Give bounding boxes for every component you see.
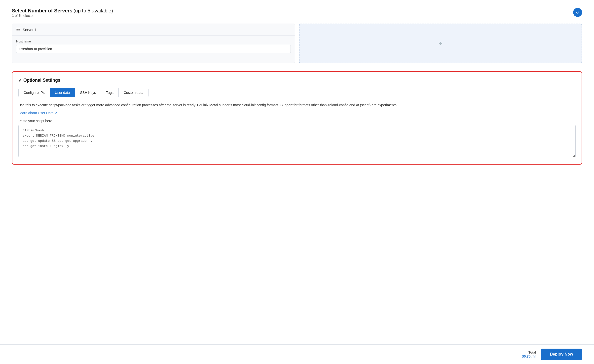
section-title: Select Number of Servers (up to 5 availa… <box>12 8 113 14</box>
tab-custom-data[interactable]: Custom data <box>119 88 148 97</box>
selected-count: 1 of 5 selected <box>12 14 113 18</box>
hostname-label: Hostname <box>16 39 291 43</box>
add-server-card[interactable]: + <box>299 24 582 63</box>
learn-about-user-data-link[interactable]: Learn about User Data ↗ <box>18 111 57 115</box>
footer-bar: Total $0.75 /hr Deploy Now <box>0 344 594 364</box>
total-label: Total <box>522 351 536 354</box>
server-card-1: ☷ Server 1 Hostname <box>12 24 295 63</box>
optional-settings-panel: ∨ Optional Settings Configure IPs User d… <box>12 71 582 165</box>
tab-tags[interactable]: Tags <box>101 88 119 97</box>
server-name: Server 1 <box>23 28 37 32</box>
user-data-description: Use this to execute script/package tasks… <box>18 102 576 108</box>
script-textarea[interactable]: #!/bin/bash export DEBIAN_FRONTEND=nonin… <box>18 125 576 157</box>
settings-tabs: Configure IPs User data SSH Keys Tags Cu… <box>18 88 148 97</box>
tab-user-data[interactable]: User data <box>50 88 75 97</box>
chevron-down-icon[interactable]: ∨ <box>18 78 21 83</box>
add-server-plus-icon: + <box>439 39 443 47</box>
server-card-header: ☷ Server 1 <box>12 24 295 36</box>
paste-label: Paste your script here <box>18 119 576 123</box>
total-section: Total $0.75 /hr <box>522 351 536 358</box>
server-card-body: Hostname <box>12 36 295 57</box>
optional-settings-title: Optional Settings <box>23 78 60 83</box>
hostname-input[interactable] <box>16 45 291 53</box>
tab-configure-ips[interactable]: Configure IPs <box>19 88 50 97</box>
optional-settings-header: ∨ Optional Settings <box>18 78 576 83</box>
tab-ssh-keys[interactable]: SSH Keys <box>75 88 101 97</box>
total-price: $0.75 /hr <box>522 354 536 358</box>
server-icon: ☷ <box>16 27 20 32</box>
servers-grid: ☷ Server 1 Hostname + <box>12 24 582 63</box>
deploy-now-button[interactable]: Deploy Now <box>541 349 582 360</box>
check-icon <box>573 8 582 17</box>
external-link-icon: ↗ <box>55 111 57 115</box>
